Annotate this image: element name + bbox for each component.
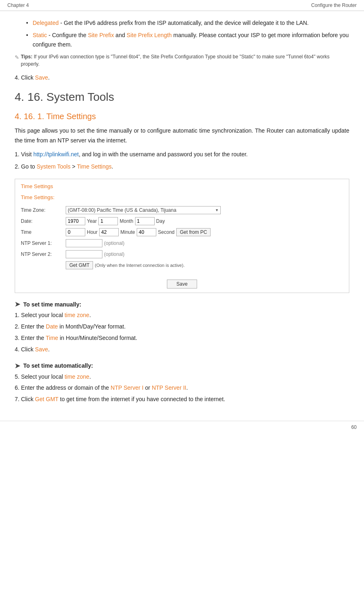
timezone-select[interactable]: (GMT-08:00) Pacific Time (US & Canada), … <box>66 206 221 214</box>
main-content: Delegated - Get the IPv6 address prefix … <box>0 11 364 421</box>
delegated-link[interactable]: Delegated <box>33 20 59 26</box>
step-2-text: 2. Go to <box>15 163 37 170</box>
date-month-input[interactable] <box>98 217 118 225</box>
auto-arrow-icon: ➤ <box>15 362 20 370</box>
ntp1-label: NTP Server 1: <box>21 240 66 246</box>
ui-box-title: Time Settings <box>15 179 349 192</box>
tips-content: If your IPv6 wan connection type is "Tun… <box>21 54 330 67</box>
time-row: Time Hour Minute Second Get from PC <box>21 228 343 236</box>
tips-label: Tips: <box>21 54 32 60</box>
auto-step-6: 6. Enter the address or domain of the NT… <box>15 383 349 393</box>
auto-step-5-after: . <box>89 373 91 380</box>
step-4-text: 4. Click <box>15 74 35 81</box>
year-unit: Year <box>87 218 97 224</box>
auto-time-label: To set time automatically: <box>23 362 93 369</box>
auto-time-steps: 5. Select your local time zone. 6. Enter… <box>15 372 349 404</box>
step-4-period: . <box>48 74 50 81</box>
page-header: Chapter 4 Configure the Router <box>0 0 364 11</box>
manual-time-heading: ➤ To set time manually: <box>15 300 349 308</box>
manual-step-3-text: 3. Enter the <box>15 335 46 341</box>
get-gmt-button[interactable]: Get GMT <box>66 261 93 269</box>
time-settings-link[interactable]: Time Settings <box>77 163 111 170</box>
auto-step-5-text: 5. Select your local <box>15 373 64 380</box>
time-link[interactable]: Time <box>46 335 58 341</box>
manual-time-label: To set time manually: <box>23 301 81 308</box>
static-link[interactable]: Static <box>33 32 47 38</box>
manual-step-1: 1. Select your local time zone. <box>15 311 349 320</box>
date-row: Date: Year Month Day <box>21 217 343 225</box>
and-text: and <box>114 32 127 38</box>
manual-arrow-icon: ➤ <box>15 300 20 308</box>
ntp1-optional: (optional) <box>104 240 124 246</box>
ntp2-row: NTP Server 2: (optional) <box>21 250 343 258</box>
auto-step-7-after: to get time from the internet if you hav… <box>58 396 225 402</box>
auto-step-6-text: 6. Enter the address or domain of the <box>15 384 111 391</box>
manual-step-2: 2. Enter the Date in Month/Day/Year form… <box>15 322 349 332</box>
tplinkwifi-link[interactable]: http://tplinkwifi.net <box>33 151 79 158</box>
manual-step-3-after: in Hour/Minute/Second format. <box>58 335 138 341</box>
auto-step-7: 7. Click Get GMT to get time from the in… <box>15 395 349 404</box>
ntp-server-2-link[interactable]: NTP Server II <box>152 384 186 391</box>
date-day-input[interactable] <box>135 217 155 225</box>
ntp-server-1-link[interactable]: NTP Server I <box>111 384 144 391</box>
time-zone-link-1[interactable]: time zone <box>64 312 89 318</box>
get-gmt-note: (Only when the Internet connection is ac… <box>95 263 184 268</box>
delegated-text: - Get the IPv6 address prefix from the I… <box>59 20 309 26</box>
second-unit: Second <box>158 229 175 235</box>
ntp2-input[interactable] <box>66 250 102 258</box>
ui-save-row: Save <box>15 276 349 293</box>
manual-step-4-after: . <box>48 346 50 353</box>
auto-step-6-after: . <box>186 384 188 391</box>
time-label: Time <box>21 229 66 235</box>
manual-step-1-text: 1. Select your local <box>15 312 64 318</box>
auto-step-5: 5. Select your local time zone. <box>15 372 349 382</box>
page-number: 60 <box>0 421 364 432</box>
step-1: 1. Visit http://tplinkwifi.net, and log … <box>15 150 349 160</box>
site-prefix-length-link[interactable]: Site Prefix Length <box>127 32 172 38</box>
timezone-row: Time Zone: (GMT-08:00) Pacific Time (US … <box>21 206 343 214</box>
list-item-delegated: Delegated - Get the IPv6 address prefix … <box>26 18 349 27</box>
section-label: Configure the Router <box>311 2 357 8</box>
time-hour-input[interactable] <box>66 228 85 236</box>
tips-text: Tips: If your IPv6 wan connection type i… <box>21 53 349 68</box>
site-prefix-link[interactable]: Site Prefix <box>88 32 114 38</box>
date-year-input[interactable] <box>66 217 85 225</box>
auto-step-6-sep: or <box>144 384 152 391</box>
date-link[interactable]: Date <box>46 323 58 330</box>
manual-step-1-after: . <box>89 312 91 318</box>
ntp1-row: NTP Server 1: (optional) <box>21 239 343 247</box>
day-unit: Day <box>156 218 165 224</box>
tips-box: ✎ Tips: If your IPv6 wan connection type… <box>15 53 349 68</box>
get-gmt-row: Get GMT (Only when the Internet connecti… <box>21 261 343 269</box>
system-tools-link[interactable]: System Tools <box>37 163 71 170</box>
time-minute-input[interactable] <box>99 228 119 236</box>
month-unit: Month <box>120 218 133 224</box>
minute-unit: Minute <box>120 229 135 235</box>
manual-step-4-text: 4. Click <box>15 346 35 353</box>
ntp1-input[interactable] <box>66 239 102 247</box>
manual-step-2-text: 2. Enter the <box>15 323 46 330</box>
time-settings-ui-box: Time Settings Time Settings: Time Zone: … <box>15 179 349 293</box>
manual-time-steps: 1. Select your local time zone. 2. Enter… <box>15 311 349 354</box>
time-second-input[interactable] <box>137 228 156 236</box>
time-zone-link-2[interactable]: time zone <box>64 373 89 380</box>
step-4-save-link[interactable]: Save <box>35 74 48 81</box>
get-gmt-link[interactable]: Get GMT <box>35 396 58 402</box>
body-text: This page allows you to set the time man… <box>15 126 349 146</box>
ui-save-button[interactable]: Save <box>167 280 197 289</box>
manual-step-3: 3. Enter the Time in Hour/Minute/Second … <box>15 333 349 343</box>
bullet-list: Delegated - Get the IPv6 address prefix … <box>26 18 349 49</box>
ntp2-optional: (optional) <box>104 251 124 257</box>
ui-section-title: Time Settings: <box>15 192 349 204</box>
ui-form: Time Zone: (GMT-08:00) Pacific Time (US … <box>15 204 349 276</box>
step-1-after: , and log in with the username and passw… <box>79 151 248 158</box>
date-label: Date: <box>21 218 66 224</box>
auto-step-7-text: 7. Click <box>15 396 35 402</box>
get-from-pc-button[interactable]: Get from PC <box>176 228 211 236</box>
auto-time-heading: ➤ To set time automatically: <box>15 362 349 370</box>
ntp2-label: NTP Server 2: <box>21 251 66 257</box>
save-link-manual[interactable]: Save <box>35 346 48 353</box>
timezone-select-wrapper: (GMT-08:00) Pacific Time (US & Canada), … <box>66 206 221 214</box>
step-2: 2. Go to System Tools > Time Settings. <box>15 162 349 172</box>
static-text-after: - Configure the <box>47 32 88 38</box>
